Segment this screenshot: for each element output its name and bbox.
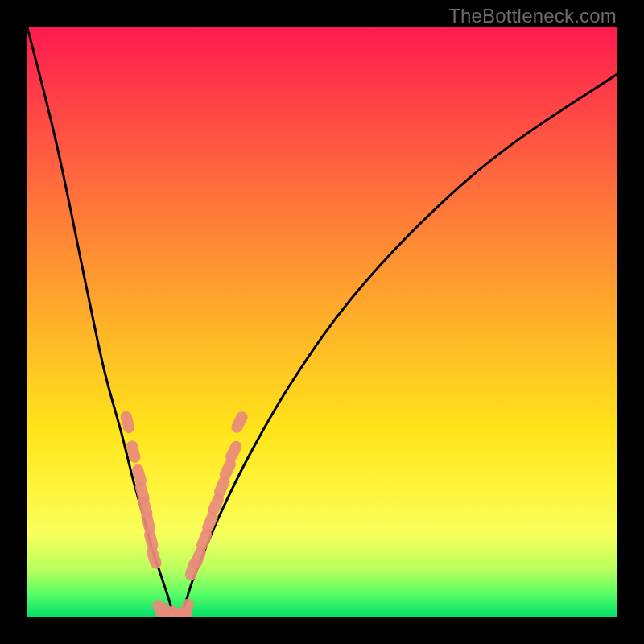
plot-area <box>27 27 617 617</box>
watermark-text: TheBottleneck.com <box>448 5 617 27</box>
data-marker <box>229 410 250 435</box>
chart-frame: TheBottleneck.com <box>0 0 644 644</box>
bottleneck-curve <box>27 27 617 617</box>
chart-svg <box>27 27 617 617</box>
data-marker <box>145 545 163 570</box>
data-marker <box>178 597 196 617</box>
